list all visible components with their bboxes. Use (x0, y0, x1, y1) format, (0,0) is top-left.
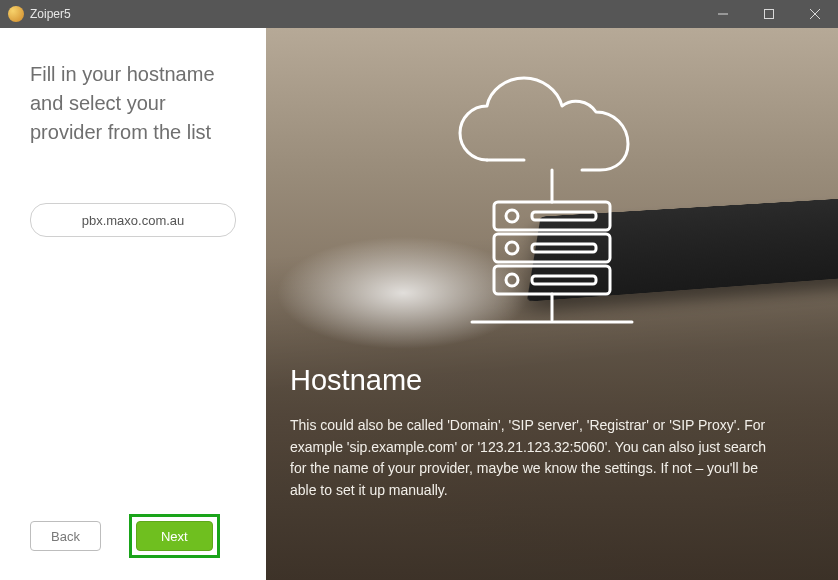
svg-rect-12 (532, 244, 596, 252)
right-pane: Hostname This could also be called 'Doma… (266, 28, 838, 580)
app-icon (8, 6, 24, 22)
cloud-server-icon (432, 70, 672, 340)
info-title: Hostname (290, 364, 814, 397)
svg-rect-11 (532, 212, 596, 220)
svg-rect-7 (494, 266, 610, 294)
svg-rect-5 (494, 202, 610, 230)
back-button[interactable]: Back (30, 521, 101, 551)
minimize-button[interactable] (700, 0, 746, 28)
left-pane: Fill in your hostname and select your pr… (0, 28, 266, 580)
window-title: Zoiper5 (30, 7, 71, 21)
titlebar: Zoiper5 (0, 0, 838, 28)
page-heading: Fill in your hostname and select your pr… (30, 60, 236, 147)
hostname-input[interactable] (30, 203, 236, 237)
close-button[interactable] (792, 0, 838, 28)
maximize-button[interactable] (746, 0, 792, 28)
svg-point-9 (506, 242, 518, 254)
svg-point-10 (506, 274, 518, 286)
svg-rect-6 (494, 234, 610, 262)
next-button[interactable]: Next (136, 521, 213, 551)
info-body: This could also be called 'Domain', 'SIP… (290, 415, 770, 502)
next-button-highlight: Next (129, 514, 220, 558)
svg-rect-13 (532, 276, 596, 284)
svg-rect-1 (765, 10, 774, 19)
svg-point-8 (506, 210, 518, 222)
